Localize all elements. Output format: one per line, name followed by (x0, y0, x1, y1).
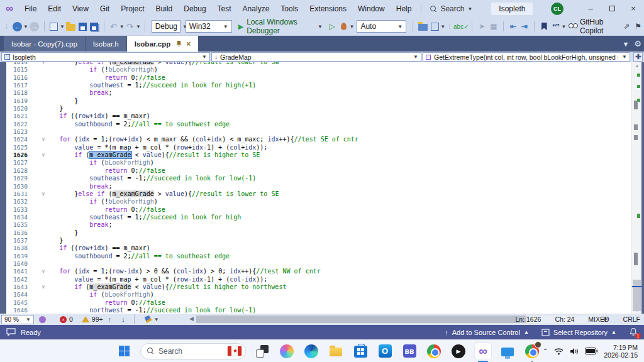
menu-tools[interactable]: Tools (275, 0, 304, 18)
line-number[interactable]: 1643 (6, 283, 28, 291)
chevron-down-icon[interactable]: ▼ (350, 24, 355, 30)
platform-dropdown[interactable]: Win32▼ (186, 20, 232, 33)
vertical-scrollbar[interactable]: ▲ ▼ (631, 62, 641, 314)
line-number[interactable]: 1631 (6, 190, 28, 198)
encoding-indicator[interactable]: MIXED (588, 315, 609, 323)
drag-handle[interactable]: ⋮ (4, 23, 10, 30)
menu-edit[interactable]: Edit (42, 0, 67, 18)
code-line[interactable]: 1632 if (!bLookForHigh) (0, 198, 631, 206)
line-indicator[interactable]: Ln: 1626 (516, 315, 541, 323)
code-line[interactable]: 1621 if ((row+idx) == m_maxr) (0, 112, 631, 120)
profiler-button[interactable] (339, 21, 348, 32)
menu-debug[interactable]: Debug (178, 0, 211, 18)
line-number[interactable]: 1619 (6, 97, 28, 105)
decrease-indent-button[interactable]: ⇤ (509, 21, 518, 32)
code-line[interactable]: 1646 northwest = -1;//succeed in look fo… (0, 307, 631, 314)
tab-isobar-copy-7-cpp[interactable]: Isobar - Copy(7).cpp (4, 36, 85, 52)
code-line[interactable]: 1630 break; (0, 183, 631, 190)
code-line[interactable]: 1641∨ for (idx = 1;(row-idx) > 0 && (col… (0, 268, 631, 275)
line-number[interactable]: 1630 (6, 183, 28, 190)
teams-app-icon[interactable]: ʙʙ (401, 343, 418, 359)
menu-file[interactable]: File (19, 0, 42, 18)
notifications-bell-button[interactable]: 1 (629, 327, 639, 337)
line-number[interactable]: 1642 (6, 276, 28, 283)
code-line[interactable]: 1645 return 0;//false (0, 299, 631, 307)
column-indicator[interactable]: Ch: 24 (555, 315, 574, 323)
navigate-back-button[interactable]: ← (13, 21, 22, 32)
chevron-down-icon[interactable]: ▼ (154, 317, 159, 322)
start-button[interactable] (116, 343, 132, 359)
task-view-button[interactable] (254, 343, 270, 359)
line-ending-indicator[interactable]: CRLF (623, 315, 640, 323)
chevron-down-icon[interactable]: ▼ (136, 24, 141, 30)
line-number[interactable]: 1621 (6, 112, 28, 120)
edge-app-icon[interactable] (303, 343, 319, 359)
line-number[interactable]: 1626 (6, 151, 28, 159)
code-line[interactable]: 1615 if (!bLookForHigh) (0, 66, 631, 74)
line-number[interactable]: 1639 (6, 253, 28, 260)
feedback-bubble-icon[interactable] (6, 328, 16, 336)
menu-build[interactable]: Build (150, 0, 179, 18)
line-number[interactable]: 1644 (6, 291, 28, 299)
line-number[interactable]: 1615 (6, 66, 28, 74)
battery-icon[interactable] (585, 348, 597, 354)
save-button[interactable] (78, 21, 87, 32)
tab-isobar-cpp[interactable]: Isobar.cpp× (127, 36, 199, 52)
code-line[interactable]: 1643∨ if (m_examGrade < value){//result … (0, 283, 631, 291)
file-explorer-app-icon[interactable] (328, 343, 344, 359)
chevron-down-icon[interactable]: ▼ (562, 24, 567, 30)
code-line[interactable]: 1622 southbound = 2;//all == to southwes… (0, 121, 631, 128)
document-health-icon[interactable] (39, 316, 46, 323)
code-line[interactable]: 1625 value = *(m_map + m_col * (row+idx-… (0, 144, 631, 151)
scroll-up-icon[interactable]: ▲ (632, 63, 642, 68)
scrollbar-thumb[interactable] (633, 280, 641, 311)
solution-explorer-button[interactable] (430, 21, 439, 32)
line-number[interactable]: 1632 (6, 198, 28, 206)
member-scope-dropdown[interactable]: GetExtremeType(int col, int row, bool bL… (423, 52, 630, 62)
chrome-profile-app-icon[interactable] (524, 343, 540, 359)
code-line[interactable]: 1624∨ for (idx = 1;(row+idx) < m_maxr &&… (0, 136, 631, 143)
chevron-down-icon[interactable]: ▼ (440, 24, 445, 30)
taskbar-search-box[interactable]: Search (140, 343, 246, 359)
code-line[interactable]: 1634 southeast = 1;//succeed in look for… (0, 214, 631, 221)
next-issue-button[interactable]: ↓ (121, 315, 125, 323)
tab-options-gear-icon[interactable]: ⚙ (634, 39, 641, 48)
chrome-app-icon[interactable] (426, 343, 442, 359)
pin-icon[interactable] (176, 40, 182, 47)
volume-icon[interactable] (570, 348, 579, 355)
code-line[interactable]: 1623 (0, 128, 631, 136)
line-number[interactable]: 1646 (6, 307, 28, 314)
share-button[interactable]: ⇗ (622, 21, 631, 32)
send-feedback-button[interactable]: ⚑ (634, 21, 643, 32)
code-line[interactable]: 1633 return 0;//false (0, 206, 631, 214)
code-line[interactable]: 1639 southbound = 2;//all == to southeas… (0, 253, 631, 260)
line-number[interactable]: 1622 (6, 121, 28, 128)
error-count[interactable]: 0 (69, 315, 73, 323)
line-number[interactable]: 1616 (6, 74, 28, 82)
configuration-dropdown[interactable]: Debug▼ (152, 20, 180, 33)
start-debugging-button[interactable]: Local Windows Debugger (247, 18, 315, 35)
close-tab-icon[interactable]: × (186, 40, 191, 48)
line-number[interactable]: 1620 (6, 105, 28, 112)
chevron-down-icon[interactable]: ▼ (119, 24, 125, 30)
hidden-icons-chevron[interactable]: ⌃ (543, 348, 548, 354)
zoom-dropdown[interactable]: 90 %▼ (1, 315, 34, 324)
code-line[interactable]: 1619 } (0, 97, 631, 105)
code-line[interactable]: 1635 break; (0, 221, 631, 229)
code-cleanup-button[interactable] (145, 315, 152, 323)
line-number[interactable]: 1636 (6, 229, 28, 237)
code-line[interactable]: 1617 southwest = 1;//succeed in look for… (0, 82, 631, 89)
search-control[interactable]: Search ▼ (425, 4, 477, 13)
code-line[interactable]: 1644 if (bLookForHigh) (0, 291, 631, 299)
canada-flag-icon[interactable] (227, 346, 242, 356)
warning-count[interactable]: 99+ (92, 315, 103, 323)
menu-analyze[interactable]: Analyze (237, 0, 275, 18)
splitter-handle[interactable]: ✚ (633, 52, 643, 62)
chevron-down-icon[interactable]: ▼ (60, 24, 65, 30)
line-number[interactable]: 1634 (6, 214, 28, 221)
code-line[interactable]: 1629 southeast = -1;//succeed in look fo… (0, 175, 631, 182)
tab-isobar-h[interactable]: Isobar.h (86, 36, 126, 52)
redo-button[interactable]: ↷ (126, 21, 135, 32)
line-number[interactable]: 1641 (6, 268, 28, 275)
line-number[interactable]: 1635 (6, 221, 28, 229)
